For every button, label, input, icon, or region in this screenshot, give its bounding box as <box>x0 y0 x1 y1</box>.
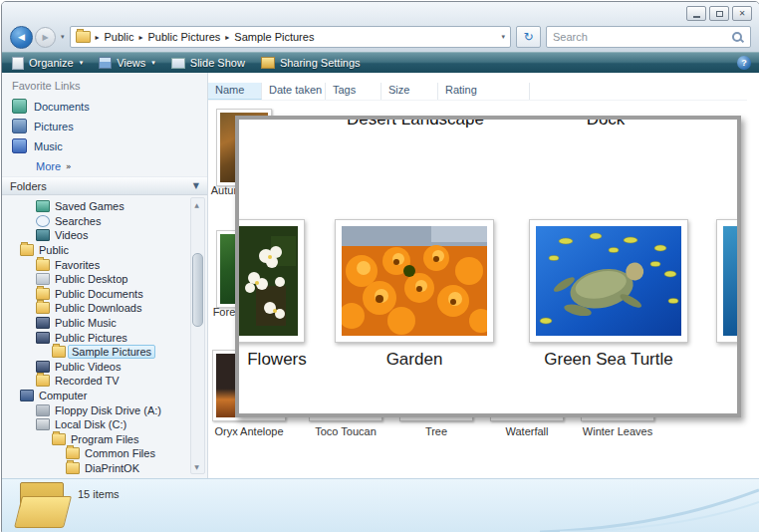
decorative-swoosh <box>540 486 759 532</box>
sharing-settings-button[interactable]: Sharing Settings <box>261 57 361 69</box>
breadcrumb[interactable]: ▸ Public ▸ Public Pictures ▸ Sample Pict… <box>70 26 511 48</box>
sidebar-item-music[interactable]: Music <box>2 136 207 156</box>
breadcrumb-separator-icon: ▸ <box>225 33 229 42</box>
tree-item-sample-pictures[interactable]: Sample Pictures <box>2 345 207 360</box>
file-label[interactable]: Oryx Antelope <box>208 425 294 437</box>
garden-image <box>342 226 487 336</box>
back-button[interactable]: ◀ <box>10 26 33 49</box>
help-button[interactable]: ? <box>737 56 751 70</box>
breadcrumb-segment[interactable]: Sample Pictures <box>234 31 314 43</box>
tree-item-public-pictures[interactable]: Public Pictures <box>2 330 207 345</box>
navigation-pane: Favorite Links Documents Pictures Music … <box>2 73 208 479</box>
search-icon[interactable] <box>731 31 744 44</box>
tree-item-diaprintok[interactable]: DiaPrintOK <box>2 461 207 476</box>
organize-icon <box>12 57 24 70</box>
organize-button[interactable]: Organize ▾ <box>12 57 83 70</box>
minimize-icon <box>693 16 700 18</box>
maximize-icon <box>716 11 723 17</box>
tree-item-saved-games[interactable]: Saved Games <box>2 199 207 214</box>
file-label-large[interactable]: Green Sea Turtle <box>524 350 693 370</box>
status-bar: 15 items <box>2 478 759 532</box>
item-count: 15 items <box>78 488 120 500</box>
file-label[interactable]: Winter Leaves <box>573 425 662 437</box>
column-header-size[interactable]: Size <box>381 83 438 100</box>
column-header-name[interactable]: Name <box>208 83 262 100</box>
tree-item-public-videos[interactable]: Public Videos <box>2 360 207 375</box>
column-header-date-taken[interactable]: Date taken <box>262 83 326 100</box>
views-button[interactable]: Views ▾ <box>99 57 155 69</box>
chevron-down-icon[interactable]: ▼ <box>193 181 199 190</box>
tree-item-public-documents[interactable]: Public Documents <box>2 287 207 302</box>
file-label-large[interactable]: Flowers <box>239 350 315 370</box>
slide-show-button[interactable]: Slide Show <box>171 57 245 69</box>
videos-folder-icon <box>36 361 50 373</box>
tree-scrollbar[interactable]: ▲ ▼ <box>190 197 205 474</box>
tree-item-public-downloads[interactable]: Public Downloads <box>2 301 207 316</box>
scroll-up-icon[interactable]: ▲ <box>191 199 202 210</box>
folder-icon <box>36 375 50 387</box>
searches-icon <box>36 215 50 227</box>
tree-item-recorded-tv[interactable]: Recorded TV <box>2 374 207 389</box>
sidebar-item-label: Documents <box>34 101 90 113</box>
breadcrumb-dropdown-icon[interactable]: ▾ <box>501 33 505 41</box>
tree-item-floppy-a[interactable]: Floppy Disk Drive (A:) <box>2 402 207 417</box>
breadcrumb-segment[interactable]: Public Pictures <box>148 31 221 43</box>
sidebar-item-pictures[interactable]: Pictures <box>2 117 207 136</box>
tree-item-videos[interactable]: Videos <box>2 228 207 243</box>
folder-icon <box>52 433 66 445</box>
views-label: Views <box>117 57 145 69</box>
scroll-down-icon[interactable]: ▼ <box>191 461 202 472</box>
tree-item-common-files[interactable]: Common Files <box>2 446 207 461</box>
file-thumbnail-large[interactable] <box>529 219 688 343</box>
desktop-icon <box>36 273 50 285</box>
file-thumbnail-large[interactable] <box>335 219 494 343</box>
tree-item-public-music[interactable]: Public Music <box>2 316 207 331</box>
tree-item-searches[interactable]: Searches <box>2 214 207 229</box>
double-chevron-icon: » <box>66 161 72 171</box>
breadcrumb-segment[interactable]: Public <box>105 31 134 43</box>
folder-icon <box>20 244 34 256</box>
slide-show-label: Slide Show <box>190 57 245 69</box>
search-input[interactable]: Search <box>546 26 751 48</box>
tree-item-favorites[interactable]: Favorites <box>2 257 207 272</box>
maximize-button[interactable] <box>709 6 729 21</box>
column-header-rating[interactable]: Rating <box>438 83 530 100</box>
file-list-pane: Name Date taken Tags Size Rating Autumn … <box>208 73 759 479</box>
floppy-drive-icon <box>36 404 50 416</box>
tree-item-public-desktop[interactable]: Public Desktop <box>2 272 207 287</box>
humpback-whale-image <box>723 226 741 336</box>
music-folder-icon <box>36 317 50 329</box>
sidebar-item-documents[interactable]: Documents <box>2 97 207 117</box>
more-label: More <box>36 160 61 172</box>
refresh-button[interactable]: ↻ <box>516 26 541 48</box>
file-thumbnail-large[interactable] <box>716 219 741 343</box>
chevron-down-icon: ▾ <box>151 59 155 67</box>
folder-large-icon <box>14 480 68 528</box>
more-links-button[interactable]: More » <box>2 156 207 176</box>
close-button[interactable]: ✕ <box>732 6 752 21</box>
folders-band[interactable]: Folders ▼ <box>2 176 207 195</box>
music-icon <box>12 138 27 153</box>
tree-item-public[interactable]: Public <box>2 243 207 258</box>
file-label[interactable]: Waterfall <box>482 425 572 437</box>
column-header-tags[interactable]: Tags <box>326 83 381 100</box>
folder-icon <box>36 302 50 314</box>
tree-item-computer[interactable]: Computer <box>2 389 207 403</box>
tree-item-program-files[interactable]: Program Files <box>2 432 207 447</box>
documents-icon <box>12 99 27 114</box>
file-label[interactable]: Tree <box>391 425 481 437</box>
tree-item-local-disk-c[interactable]: Local Disk (C:) <box>2 417 207 432</box>
green-sea-turtle-image <box>536 226 681 336</box>
file-label-large[interactable]: Garden <box>335 350 494 370</box>
folder-icon <box>52 346 66 358</box>
scrollbar-thumb[interactable] <box>192 253 203 327</box>
minimize-button[interactable] <box>686 6 706 21</box>
forward-button[interactable]: ▶ <box>35 27 56 48</box>
nav-history-dropdown-icon[interactable]: ▾ <box>61 33 65 41</box>
sharing-settings-icon <box>261 57 275 69</box>
command-toolbar: Organize ▾ Views ▾ Slide Show Sharing Se… <box>2 52 759 73</box>
computer-icon <box>20 390 34 401</box>
file-thumbnail-large[interactable] <box>235 219 305 343</box>
sharing-settings-label: Sharing Settings <box>280 57 361 69</box>
file-label[interactable]: Toco Toucan <box>301 425 390 437</box>
